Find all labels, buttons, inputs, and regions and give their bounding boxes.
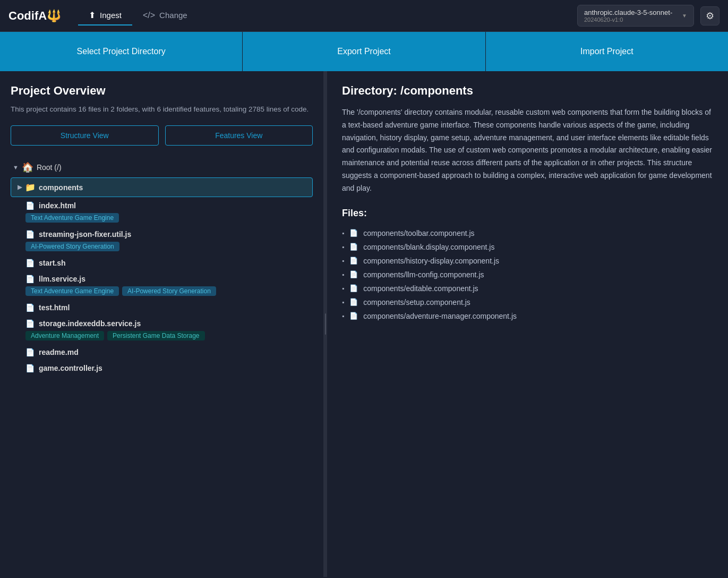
file-name-game: game.controller.js bbox=[39, 364, 102, 372]
file-llm-service: 📄 llm.service.js Text Adventure Game Eng… bbox=[11, 271, 313, 299]
file-start-sh: 📄 start.sh bbox=[11, 256, 313, 270]
select-project-button[interactable]: Select Project Directory bbox=[0, 32, 243, 71]
file-list-name: components/editable.component.js bbox=[363, 284, 478, 293]
files-list: 📄 components/toolbar.component.js 📄 comp… bbox=[342, 226, 713, 323]
project-overview-title: Project Overview bbox=[11, 84, 313, 98]
model-name-line2: 20240620-v1:0 bbox=[584, 16, 678, 23]
tag-adventure-mgmt: Adventure Management bbox=[25, 331, 104, 341]
files-section-title: Files: bbox=[342, 208, 713, 219]
file-index-html: 📄 index.html Text Adventure Game Engine bbox=[11, 198, 313, 226]
header-right: anthropic.claude-3-5-sonnet- 20240620-v1… bbox=[577, 5, 720, 27]
model-selector-text: anthropic.claude-3-5-sonnet- 20240620-v1… bbox=[584, 8, 678, 23]
directory-description: The '/components' directory contains mod… bbox=[342, 106, 713, 195]
components-folder[interactable]: ▶ 📁 components bbox=[11, 177, 313, 197]
file-readme: 📄 readme.md bbox=[11, 345, 313, 360]
export-project-button[interactable]: Export Project bbox=[243, 32, 485, 71]
file-test-html-name[interactable]: 📄 test.html bbox=[25, 303, 306, 312]
model-name-line1: anthropic.claude-3-5-sonnet- bbox=[584, 8, 678, 16]
file-test-html: 📄 test.html bbox=[11, 300, 313, 315]
file-streaming-json: 📄 streaming-json-fixer.util.js AI-Powere… bbox=[11, 227, 313, 254]
root-label: Root (/) bbox=[37, 163, 62, 172]
nav-tabs: ⬆ Ingest </> Change bbox=[78, 6, 577, 26]
file-list-icon: 📄 bbox=[349, 229, 358, 237]
file-icon-storage: 📄 bbox=[25, 319, 35, 328]
file-list-name: components/llm-config.component.js bbox=[363, 270, 484, 279]
file-list-name: components/blank.display.component.js bbox=[363, 243, 494, 251]
list-item: 📄 components/editable.component.js bbox=[342, 282, 713, 295]
tree-root[interactable]: ▼ 🏠 Root (/) bbox=[11, 158, 313, 176]
file-name-llm: llm.service.js bbox=[39, 275, 85, 283]
file-name-readme: readme.md bbox=[39, 348, 79, 356]
ingest-icon: ⬆ bbox=[89, 10, 96, 20]
file-tree: ▼ 🏠 Root (/) ▶ 📁 components 📄 index.html… bbox=[11, 158, 313, 376]
file-list-name: components/adventure-manager.component.j… bbox=[363, 312, 517, 320]
file-list-icon: 📄 bbox=[349, 270, 358, 278]
tag-text-adventure: Text Adventure Game Engine bbox=[25, 213, 119, 223]
file-name-test: test.html bbox=[39, 303, 70, 312]
list-item: 📄 components/setup.component.js bbox=[342, 295, 713, 309]
chevron-down-icon: ▼ bbox=[682, 13, 687, 19]
nav-tab-change[interactable]: </> Change bbox=[132, 6, 198, 26]
file-start-sh-name[interactable]: 📄 start.sh bbox=[25, 259, 306, 267]
file-list-name: components/toolbar.component.js bbox=[363, 229, 474, 237]
file-list-name: components/history-display.component.js bbox=[363, 257, 499, 265]
file-index-html-name[interactable]: 📄 index.html bbox=[25, 201, 306, 210]
action-bar: Select Project Directory Export Project … bbox=[0, 32, 728, 71]
structure-view-button[interactable]: Structure View bbox=[11, 125, 159, 146]
file-icon-index: 📄 bbox=[25, 201, 35, 210]
file-icon-llm: 📄 bbox=[25, 275, 35, 283]
project-overview-desc: This project contains 16 files in 2 fold… bbox=[11, 104, 313, 115]
tag-persistent-storage: Persistent Game Data Storage bbox=[107, 331, 204, 341]
file-storage-name[interactable]: 📄 storage.indexeddb.service.js bbox=[25, 319, 306, 328]
root-arrow-icon: ▼ bbox=[13, 164, 19, 171]
file-list-icon: 📄 bbox=[349, 257, 358, 265]
import-project-button[interactable]: Import Project bbox=[486, 32, 728, 71]
home-icon: 🏠 bbox=[22, 162, 33, 173]
list-item: 📄 components/toolbar.component.js bbox=[342, 226, 713, 240]
settings-button[interactable]: ⚙ bbox=[700, 6, 720, 26]
file-name-streaming: streaming-json-fixer.util.js bbox=[39, 230, 131, 239]
file-list-name: components/setup.component.js bbox=[363, 298, 470, 307]
file-icon-start: 📄 bbox=[25, 259, 35, 267]
file-storage-tags: Adventure Management Persistent Game Dat… bbox=[25, 331, 306, 341]
change-code-icon: </> bbox=[143, 11, 155, 20]
logo: CodifA🔱 bbox=[8, 9, 61, 23]
file-icon-test: 📄 bbox=[25, 303, 35, 312]
ingest-label: Ingest bbox=[100, 11, 122, 20]
file-list-icon: 📄 bbox=[349, 312, 358, 320]
list-item: 📄 components/adventure-manager.component… bbox=[342, 309, 713, 323]
file-list-icon: 📄 bbox=[349, 298, 358, 306]
directory-title: Directory: /components bbox=[342, 84, 713, 98]
file-llm-service-name[interactable]: 📄 llm.service.js bbox=[25, 275, 306, 283]
list-item: 📄 components/llm-config.component.js bbox=[342, 268, 713, 282]
file-game-controller-name[interactable]: 📄 game.controller.js bbox=[25, 364, 306, 372]
file-streaming-json-name[interactable]: 📄 streaming-json-fixer.util.js bbox=[25, 230, 306, 239]
left-panel: Project Overview This project contains 1… bbox=[0, 71, 324, 577]
file-name-index: index.html bbox=[39, 201, 76, 210]
list-item: 📄 components/blank.display.component.js bbox=[342, 240, 713, 254]
file-streaming-tags: AI-Powered Story Generation bbox=[25, 242, 306, 251]
features-view-button[interactable]: Features View bbox=[165, 125, 313, 146]
nav-tab-ingest[interactable]: ⬆ Ingest bbox=[78, 6, 132, 26]
right-panel: Directory: /components The '/components'… bbox=[327, 71, 728, 577]
list-item: 📄 components/history-display.component.j… bbox=[342, 254, 713, 268]
main-content: Project Overview This project contains 1… bbox=[0, 71, 728, 577]
header: CodifA🔱 ⬆ Ingest </> Change anthropic.cl… bbox=[0, 0, 728, 32]
file-icon-readme: 📄 bbox=[25, 348, 35, 356]
file-storage: 📄 storage.indexeddb.service.js Adventure… bbox=[11, 316, 313, 344]
tag-ai-story: AI-Powered Story Generation bbox=[25, 242, 119, 251]
file-icon-game: 📄 bbox=[25, 364, 35, 372]
folder-name: components bbox=[39, 183, 83, 192]
model-selector[interactable]: anthropic.claude-3-5-sonnet- 20240620-v1… bbox=[577, 5, 694, 27]
file-name-storage: storage.indexeddb.service.js bbox=[39, 319, 141, 328]
logo-text: CodifA🔱 bbox=[8, 9, 61, 23]
folder-arrow-icon: ▶ bbox=[18, 184, 22, 191]
file-readme-name[interactable]: 📄 readme.md bbox=[25, 348, 306, 356]
file-llm-tags: Text Adventure Game Engine AI-Powered St… bbox=[25, 286, 306, 296]
change-label: Change bbox=[159, 11, 187, 20]
file-list-icon: 📄 bbox=[349, 243, 358, 251]
view-buttons: Structure View Features View bbox=[11, 125, 313, 146]
file-list-icon: 📄 bbox=[349, 284, 358, 292]
file-index-tags: Text Adventure Game Engine bbox=[25, 213, 306, 223]
tag-llm-text-adventure: Text Adventure Game Engine bbox=[25, 286, 119, 296]
